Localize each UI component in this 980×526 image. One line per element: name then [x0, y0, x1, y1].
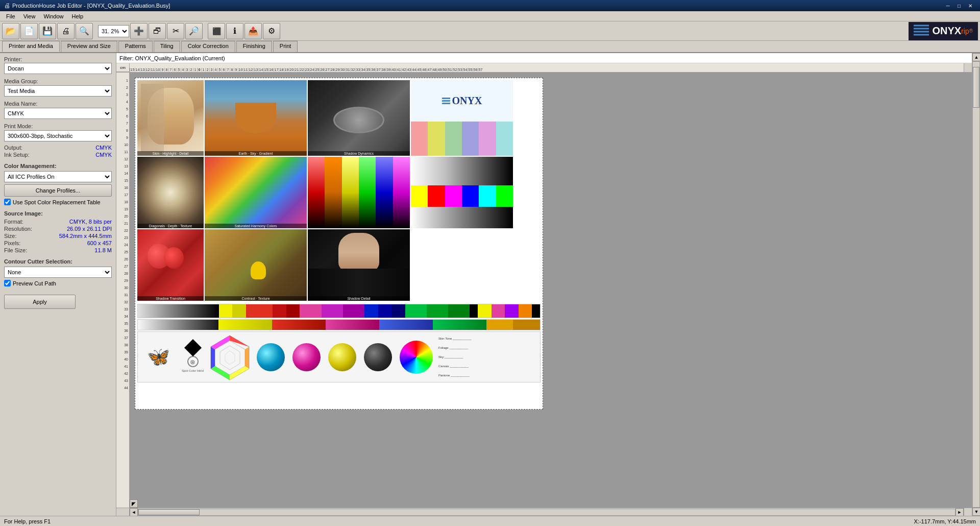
minimize-button[interactable]: ─	[942, 1, 953, 10]
preview-cut-checkbox[interactable]	[4, 280, 11, 286]
menu-help[interactable]: Help	[68, 12, 88, 20]
fit-page-button[interactable]: 🗗	[149, 23, 166, 39]
vscroll-track[interactable]	[972, 61, 980, 508]
scroll-corner[interactable]: ◤	[130, 499, 138, 508]
cell-label-arch: Earth · Sky · Gradient	[205, 151, 307, 156]
scroll-thumb[interactable]	[138, 509, 200, 515]
color-gamut	[207, 332, 253, 382]
cell-label-tomatoes: Shadow Transition	[137, 296, 204, 301]
size-label: Size:	[4, 233, 16, 239]
image-cell-face: Skin · Highlight · Detail	[137, 80, 204, 156]
spot-color-label: Use Spot Color Replacement Table	[13, 199, 101, 205]
scroll-left-button[interactable]: ◄	[130, 508, 138, 516]
color-management-select[interactable]: All ICC Profiles On	[4, 171, 112, 182]
image-cell-fruits: Saturated Harmony Colors	[205, 157, 307, 228]
scroll-right-button[interactable]: ►	[955, 508, 964, 516]
printer-label: Printer:	[4, 56, 112, 62]
tab-bar: Printer and Media Preview and Size Patte…	[0, 41, 980, 53]
zoom-select[interactable]: 31. 2% 50% 100%	[98, 25, 129, 37]
scroll-down-button[interactable]: ▼	[972, 508, 980, 516]
main-content: Printer: Docan Media Group: Test Media M…	[0, 53, 980, 516]
info-panel: Skin Tone ___________ Foliage __________…	[436, 332, 540, 382]
cyan-ball	[253, 332, 288, 382]
resolution-label: Resolution:	[4, 226, 32, 232]
onyx-logo: ONYX rip ®	[909, 22, 978, 40]
crop-button[interactable]: ✂	[167, 23, 184, 39]
left-panel: Printer: Docan Media Group: Test Media M…	[0, 53, 116, 516]
svg-marker-4	[211, 336, 249, 380]
size-value: 584.2mm x 444.5mm	[59, 233, 112, 239]
info-button[interactable]: ℹ	[226, 23, 243, 39]
image-cell-chart3	[411, 157, 513, 228]
scroll-track[interactable]	[138, 509, 955, 516]
horizontal-ruler: 1514131211109876543210123456789101112131…	[130, 63, 964, 72]
media-group-select[interactable]: Test Media	[4, 85, 112, 97]
apply-button[interactable]: Apply	[4, 295, 76, 309]
cell-label-fruits: Saturated Harmony Colors	[205, 224, 307, 228]
horizontal-scrollbar: ◄ ►	[116, 508, 972, 516]
output-value: CMYK	[95, 145, 112, 151]
menu-window[interactable]: Window	[39, 12, 67, 20]
preview-button[interactable]: 🔍	[76, 23, 93, 39]
cell-label-dark-portrait: Shadow Detail	[308, 296, 410, 301]
image-cell-arch: Earth · Sky · Gradient	[205, 80, 307, 156]
file-size-value: 11.8 M	[94, 247, 112, 253]
print-button[interactable]: 🖨	[57, 23, 75, 39]
onyx-brand-text: ONYX	[932, 25, 961, 37]
open-button[interactable]: 📂	[2, 23, 19, 39]
printer-select[interactable]: Docan	[4, 63, 112, 74]
tab-print[interactable]: Print	[273, 41, 298, 52]
change-profiles-button[interactable]: Change Profiles...	[4, 184, 112, 197]
svg-marker-6	[220, 346, 240, 370]
send-button[interactable]: 📤	[244, 23, 262, 39]
media-name-select[interactable]: CMYK	[4, 108, 112, 119]
settings-button[interactable]: ⚙	[263, 23, 280, 39]
new-button[interactable]: 📄	[20, 23, 38, 39]
zoom-search-button[interactable]: 🔎	[185, 23, 203, 39]
black-ball	[360, 332, 396, 382]
pixels-row: Pixels: 600 x 457	[4, 240, 112, 246]
menu-view[interactable]: View	[19, 12, 40, 20]
zoom-in-button[interactable]: ➕	[130, 23, 148, 39]
color-strip-2	[137, 319, 541, 330]
vscroll-thumb[interactable]	[973, 67, 979, 108]
save-button[interactable]: 💾	[39, 23, 56, 39]
color-grid-button[interactable]: ⬛	[208, 23, 225, 39]
format-value: CMYK, 8 bits per	[69, 219, 112, 225]
spot-color-checkbox[interactable]	[4, 199, 11, 205]
help-text: For Help, press F1	[4, 518, 51, 524]
scroll-up-button[interactable]: ▲	[972, 53, 980, 61]
maximize-button[interactable]: □	[953, 1, 965, 10]
image-cell-tomatoes: Shadow Transition	[137, 229, 204, 301]
preview-cut-label: Preview Cut Path	[13, 280, 56, 286]
preview-container: Filter: ONYX_Quality_Evaluation (Current…	[116, 53, 972, 516]
tab-printer-media[interactable]: Printer and Media	[2, 41, 60, 52]
ink-setup-label: Ink Setup:	[4, 152, 30, 158]
tab-finishing[interactable]: Finishing	[236, 41, 272, 52]
tab-color-correction[interactable]: Color Correction	[181, 41, 235, 52]
contour-cutter-select[interactable]: None	[4, 267, 112, 278]
pixels-label: Pixels:	[4, 240, 20, 246]
media-name-label: Media Name:	[4, 101, 112, 107]
format-row: Format: CMYK, 8 bits per	[4, 219, 112, 225]
vertical-scrollbar: ▲ ▼	[972, 53, 980, 516]
tab-tiling[interactable]: Tiling	[154, 41, 180, 52]
resolution-value: 26.09 x 26.11 DPI	[67, 226, 112, 232]
format-label: Format:	[4, 219, 23, 225]
canvas-scroll[interactable]: Skin · Highlight · Detail Earth · Sky · …	[130, 73, 972, 508]
image-cell-chart2	[308, 157, 410, 228]
menu-file[interactable]: File	[2, 12, 19, 20]
size-row: Size: 584.2mm x 444.5mm	[4, 233, 112, 239]
spot-color-test: ◎ Spot Color InkId	[179, 332, 207, 382]
resolution-row: Resolution: 26.09 x 26.11 DPI	[4, 226, 112, 232]
tab-patterns[interactable]: Patterns	[118, 41, 153, 52]
output-label: Output:	[4, 145, 22, 151]
close-button[interactable]: ✕	[965, 1, 976, 10]
svg-marker-7	[225, 351, 235, 365]
print-mode-select[interactable]: 300x600-3bpp, Stochastic	[4, 130, 112, 141]
tab-preview-size[interactable]: Preview and Size	[61, 41, 117, 52]
image-grid: Skin · Highlight · Detail Earth · Sky · …	[135, 78, 543, 303]
spot-color-row: Use Spot Color Replacement Table	[4, 199, 112, 205]
pixels-value: 600 x 457	[87, 240, 112, 246]
onyx-registered: ®	[969, 28, 973, 34]
